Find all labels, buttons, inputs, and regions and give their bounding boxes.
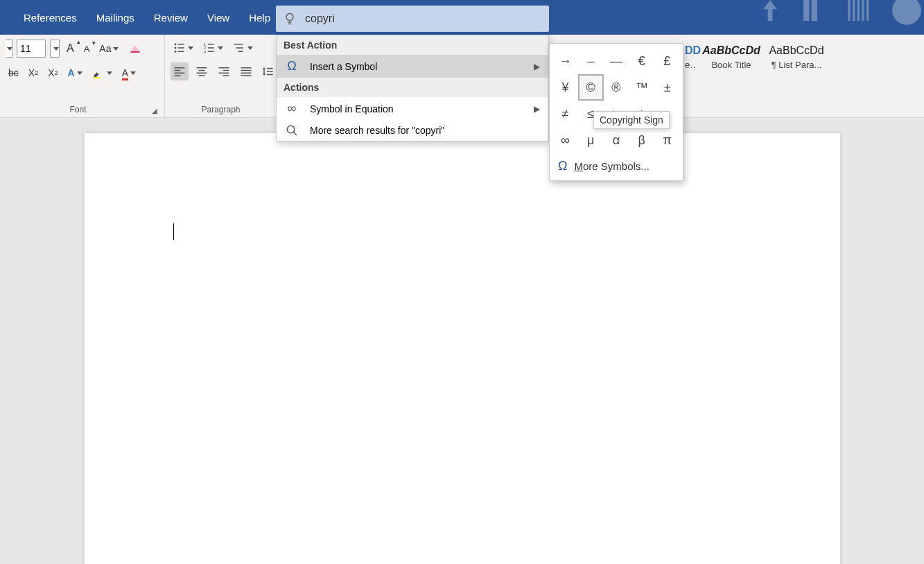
symbol-cell[interactable]: π [654,127,680,153]
strikethrough-button[interactable]: bc [6,65,21,81]
svg-rect-7 [866,0,869,21]
symbol-cell[interactable]: → [552,48,578,74]
svg-rect-35 [223,70,229,71]
grow-font-button[interactable]: A▴ [64,40,77,58]
bars-icon [844,0,875,24]
tellme-item-symbol-equation[interactable]: ∞ Symbol in Equation ▶ [277,97,548,120]
chevron-right-icon: ▶ [534,104,540,114]
tellme-input[interactable] [305,12,542,25]
ribbon-tabs: References Mailings Review View Help [0,2,280,33]
justify-button[interactable] [237,62,255,80]
infinity-icon: ∞ [284,101,300,116]
font-name-dropdown[interactable] [6,40,12,58]
tellme-item-label: More search results for "copyri" [310,125,444,136]
svg-rect-29 [175,75,181,76]
symbol-cell[interactable]: © [578,74,604,101]
change-case-button[interactable]: Aa [96,40,121,57]
svg-rect-41 [241,75,252,76]
paragraph-group: 123 [165,35,277,117]
svg-rect-4 [853,0,855,21]
paragraph-group-label: Paragraph [171,105,271,116]
titlebar-watermark [756,0,924,28]
more-symbols-label: ore Symbols... [583,160,650,172]
tab-help[interactable]: Help [239,2,280,33]
symbol-cell[interactable]: – [578,48,604,74]
align-center-button[interactable] [193,62,211,80]
style-card-book-title[interactable]: AaBbCcDd Book Title [700,39,762,73]
style-card-list-para[interactable]: AaBbCcDd ¶ List Para... [765,39,828,73]
svg-rect-18 [208,44,214,45]
svg-rect-16 [178,51,184,53]
svg-rect-36 [219,73,229,74]
svg-point-11 [175,43,177,45]
lightbulb-icon [283,12,297,26]
tab-mailings[interactable]: Mailings [87,2,144,33]
document-page[interactable] [85,133,840,564]
sync-icon [889,0,924,28]
tellme-results-menu: Best Action Ω Insert a Symbol ▶ Actions … [276,35,549,142]
symbol-cell[interactable]: ® [604,74,629,101]
svg-rect-26 [175,67,185,69]
more-symbols-button[interactable]: Ω More Symbols... [552,153,680,176]
svg-rect-38 [241,67,252,69]
svg-point-9 [903,6,912,15]
tab-view[interactable]: View [198,2,239,33]
shrink-font-button[interactable]: A▾ [81,41,93,57]
font-size-input[interactable] [17,40,46,58]
svg-rect-14 [178,47,184,49]
text-effects-button[interactable]: A [65,65,85,81]
tab-references[interactable]: References [14,2,87,33]
clear-formatting-button[interactable] [125,39,145,58]
align-right-button[interactable] [215,62,233,80]
tellme-searchbox[interactable] [276,6,549,32]
document-area [0,118,924,564]
svg-rect-1 [803,0,809,21]
tellme-item-label: Insert a Symbol [310,61,377,72]
highlight-button[interactable] [89,64,115,82]
symbol-cell[interactable]: ≠ [552,101,578,127]
symbol-cell[interactable]: ¥ [552,74,578,101]
bullets-button[interactable] [171,39,196,57]
superscript-button[interactable]: X2 [45,65,60,81]
svg-rect-33 [199,75,205,76]
tellme-item-more-results[interactable]: More search results for "copyri" [277,120,548,141]
svg-rect-44 [267,74,273,76]
multilevel-list-button[interactable] [230,39,256,57]
symbol-cell[interactable]: β [629,127,654,153]
symbol-cell[interactable]: ∞ [552,127,578,153]
svg-rect-34 [219,67,229,69]
column-icon [798,0,830,24]
omega-icon: Ω [284,59,300,74]
tab-review[interactable]: Review [144,2,198,33]
svg-point-15 [175,51,177,53]
svg-rect-25 [238,51,244,53]
tellme-item-insert-symbol[interactable]: Ω Insert a Symbol ▶ [277,55,548,78]
arrow-up-icon [756,0,784,24]
subscript-button[interactable]: X2 [26,65,41,81]
svg-rect-28 [175,73,185,74]
font-dialog-launcher[interactable]: ◢ [150,105,159,116]
svg-rect-10 [93,77,101,78]
svg-point-13 [175,47,177,49]
symbol-cell[interactable]: ± [654,74,680,101]
symbol-cell[interactable]: — [604,48,629,74]
symbol-cell[interactable]: £ [654,48,680,74]
symbol-cell[interactable]: ™ [629,74,654,101]
svg-rect-32 [197,73,207,74]
tellme-header-actions: Actions [277,78,548,97]
symbol-cell[interactable]: μ [578,127,604,153]
svg-rect-3 [848,0,850,21]
svg-rect-30 [197,67,207,69]
svg-rect-40 [241,73,252,74]
numbering-button[interactable]: 123 [200,39,226,57]
style-card-trunc[interactable]: DD e... [683,39,697,73]
font-group: A▴ A▾ Aa bc X2 X2 A A Font [0,35,165,117]
font-size-dropdown[interactable] [50,40,60,58]
tellme-header-best: Best Action [277,35,548,55]
align-left-button[interactable] [171,62,189,80]
font-color-button[interactable]: A [119,65,139,81]
search-icon [284,124,300,137]
symbol-cell[interactable]: € [629,48,654,74]
symbol-cell[interactable]: α [604,127,629,153]
symbol-tooltip: Copyright Sign [593,111,670,129]
